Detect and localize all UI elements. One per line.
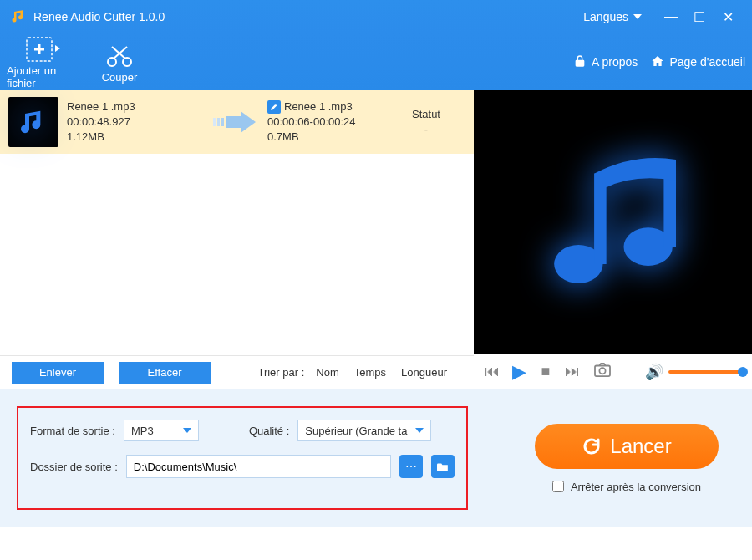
launch-label: Lancer xyxy=(610,435,671,458)
status-label: Statut xyxy=(393,107,460,122)
dest-range: 00:00:06-00:00:24 xyxy=(267,115,393,130)
app-title: Renee Audio Cutter 1.0.0 xyxy=(33,10,165,23)
more-options-button[interactable]: ⋯ xyxy=(399,455,423,478)
edit-icon[interactable] xyxy=(267,100,281,114)
svg-point-3 xyxy=(108,58,116,66)
add-file-icon xyxy=(26,34,63,64)
next-button[interactable]: ⏭ xyxy=(562,363,582,380)
launch-button[interactable]: Lancer xyxy=(535,424,719,469)
dest-filename: Renee 1 .mp3 xyxy=(284,99,353,115)
remove-button[interactable]: Enlever xyxy=(12,362,104,384)
play-button[interactable]: ▶ xyxy=(509,361,529,383)
home-icon xyxy=(651,54,664,70)
browse-folder-button[interactable] xyxy=(431,455,455,478)
chevron-down-icon xyxy=(415,428,424,433)
quality-value: Supérieur (Grande ta xyxy=(305,425,407,437)
sort-by-length[interactable]: Longueur xyxy=(401,366,447,379)
minimize-button[interactable]: — xyxy=(657,9,685,24)
refresh-icon xyxy=(582,436,602,456)
chevron-down-icon xyxy=(633,14,642,19)
stop-button[interactable]: ■ xyxy=(536,363,556,380)
folder-label: Dossier de sorite : xyxy=(30,461,118,473)
cut-label: Couper xyxy=(102,71,138,84)
sort-by-name[interactable]: Nom xyxy=(316,366,338,379)
file-list: Renee 1 .mp3 00:00:48.927 1.12MB xyxy=(0,90,474,355)
cut-button[interactable]: Couper xyxy=(82,33,157,90)
file-row[interactable]: Renee 1 .mp3 00:00:48.927 1.12MB xyxy=(0,90,474,154)
svg-rect-10 xyxy=(226,116,241,128)
svg-line-5 xyxy=(114,47,127,59)
about-link[interactable]: A propos xyxy=(573,54,638,70)
add-file-button[interactable]: Ajouter un fichier xyxy=(7,33,82,90)
close-button[interactable]: ✕ xyxy=(714,9,742,25)
prev-button[interactable]: ⏮ xyxy=(482,363,502,380)
format-value: MP3 xyxy=(131,425,154,437)
dest-size: 0.7MB xyxy=(267,130,393,145)
stop-after-label: Arrêter après la conversion xyxy=(571,481,701,493)
add-file-label: Ajouter un fichier xyxy=(7,64,82,89)
lock-icon xyxy=(573,54,587,70)
stop-after-input[interactable] xyxy=(552,481,564,492)
stop-after-checkbox[interactable]: Arrêter après la conversion xyxy=(552,481,701,493)
language-label: Langues xyxy=(583,10,628,23)
svg-rect-13 xyxy=(594,173,607,263)
sort-label: Trier par : xyxy=(257,366,304,379)
language-dropdown[interactable]: Langues xyxy=(583,10,642,23)
svg-point-16 xyxy=(599,368,605,374)
file-thumbnail xyxy=(8,97,58,147)
volume-icon[interactable]: 🔊 xyxy=(645,363,663,381)
source-duration: 00:00:48.927 xyxy=(67,115,209,130)
quality-dropdown[interactable]: Supérieur (Grande ta xyxy=(297,420,431,441)
chevron-down-icon xyxy=(183,428,191,433)
scissors-icon xyxy=(105,41,134,71)
source-filename: Renee 1 .mp3 xyxy=(67,99,209,115)
svg-rect-8 xyxy=(217,118,220,126)
arrow-icon xyxy=(209,111,267,133)
svg-rect-9 xyxy=(221,118,224,126)
format-label: Format de sortie : xyxy=(30,425,115,437)
format-dropdown[interactable]: MP3 xyxy=(124,420,199,441)
output-folder-input[interactable] xyxy=(126,455,391,478)
svg-line-6 xyxy=(112,47,125,59)
svg-rect-7 xyxy=(213,118,216,126)
snapshot-button[interactable] xyxy=(589,362,616,381)
maximize-button[interactable]: ☐ xyxy=(685,9,714,25)
quality-label: Qualité : xyxy=(249,425,289,437)
preview-panel xyxy=(474,90,752,354)
clear-button[interactable]: Effacer xyxy=(119,362,211,384)
about-label: A propos xyxy=(592,55,638,69)
sort-by-time[interactable]: Temps xyxy=(354,366,386,379)
output-settings: Format de sortie : MP3 Qualité : Supérie… xyxy=(17,406,468,510)
status-value: - xyxy=(393,122,460,137)
source-size: 1.12MB xyxy=(67,130,209,145)
home-label: Page d'accueil xyxy=(669,55,745,69)
volume-slider[interactable] xyxy=(668,370,744,374)
home-link[interactable]: Page d'accueil xyxy=(651,54,745,70)
svg-point-4 xyxy=(123,58,131,66)
app-logo-icon xyxy=(10,8,27,27)
